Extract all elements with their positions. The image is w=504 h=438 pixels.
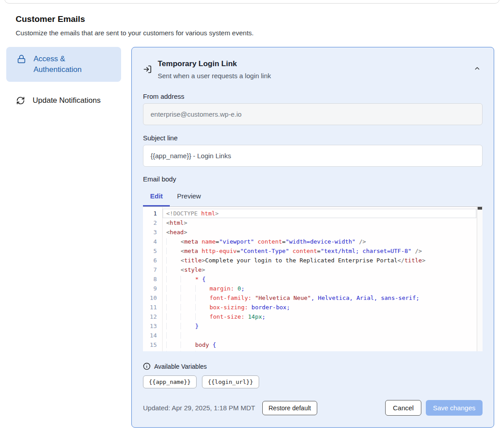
sidebar-item-update-notifications[interactable]: Update Notifications: [6, 92, 121, 110]
panel-title: Temporary Login Link: [158, 59, 271, 69]
customer-emails-page: Customer Emails Customize the emails tha…: [0, 0, 504, 438]
code-line[interactable]: 5 <meta http-equiv="Content-Type" conten…: [143, 246, 483, 256]
lock-icon: [17, 55, 26, 63]
code-line[interactable]: 3<head>: [143, 227, 483, 237]
code-text: background-color: #ffffff;: [163, 350, 476, 351]
email-body-label: Email body: [143, 175, 483, 183]
code-text: <!DOCTYPE html>: [163, 209, 476, 218]
variable-chip-app-name[interactable]: {{app_name}}: [143, 375, 197, 388]
variable-chips: {{app_name}} {{login_url}}: [143, 375, 483, 388]
editor-scrollbar[interactable]: [477, 207, 483, 351]
code-text: <meta http-equiv="Content-Type" content=…: [163, 246, 476, 256]
code-line[interactable]: 10 font-family: "Helvetica Neue", Helvet…: [143, 293, 483, 303]
code-text: <meta name="viewport" content="width=dev…: [163, 237, 476, 246]
code-line[interactable]: 14: [143, 331, 483, 340]
code-line[interactable]: 16 background-color: #ffffff;: [143, 350, 483, 351]
code-text: margin: 0;: [163, 284, 476, 293]
page-title: Customer Emails: [16, 14, 504, 24]
content-area: Access & Authentication Update Notificat…: [0, 47, 504, 428]
code-text: body {: [163, 340, 476, 350]
code-line[interactable]: 7 <style>: [143, 265, 483, 274]
code-text: [163, 331, 476, 340]
code-text: font-size: 14px;: [163, 312, 476, 321]
editor-scrollbar-thumb[interactable]: [478, 207, 482, 210]
email-body-tabs: Edit Preview: [143, 188, 483, 206]
previous-card-bottom-edge: [4, 0, 500, 4]
panel-footer: Updated: Apr 29, 2025, 1:18 PM MDT Resto…: [143, 400, 483, 416]
code-editor[interactable]: 1<!DOCTYPE html>2<html>3<head>4 <meta na…: [143, 206, 483, 351]
collapse-panel-button[interactable]: [472, 63, 483, 74]
code-line[interactable]: 6 <title>Complete your login to the Repl…: [143, 256, 483, 265]
panel-header-texts: Temporary Login Link Sent when a user re…: [158, 59, 271, 80]
chevron-up-icon: [474, 67, 481, 73]
code-line[interactable]: 11 box-sizing: border-box;: [143, 303, 483, 312]
code-line[interactable]: 2<html>: [143, 218, 483, 227]
from-address-label: From address: [143, 93, 483, 100]
code-text: <title>Complete your login to the Replic…: [163, 256, 476, 265]
subject-line-field[interactable]: [143, 145, 483, 167]
restore-default-button[interactable]: Restore default: [262, 401, 317, 415]
cancel-button[interactable]: Cancel: [385, 400, 421, 416]
refresh-icon: [16, 96, 25, 105]
sidebar-item-access-authentication[interactable]: Access & Authentication: [6, 47, 121, 82]
code-text: <html>: [163, 218, 476, 227]
tab-edit[interactable]: Edit: [143, 188, 170, 206]
code-line[interactable]: 1<!DOCTYPE html>: [143, 209, 483, 218]
from-address-field[interactable]: [143, 103, 483, 125]
code-line[interactable]: 9 margin: 0;: [143, 284, 483, 293]
page-subtitle: Customize the emails that are sent to yo…: [16, 29, 504, 37]
code-line[interactable]: 4 <meta name="viewport" content="width=d…: [143, 237, 483, 246]
sidebar-item-label: Access & Authentication: [34, 54, 114, 75]
updated-timestamp: Updated: Apr 29, 2025, 1:18 PM MDT: [143, 404, 255, 412]
temporary-login-link-panel: Temporary Login Link Sent when a user re…: [131, 47, 494, 428]
available-variables-label: Available Variables: [154, 363, 207, 370]
code-line[interactable]: 8 * {: [143, 274, 483, 284]
info-icon: [143, 362, 151, 370]
tab-preview[interactable]: Preview: [170, 188, 208, 206]
variable-chip-login-url[interactable]: {{login_url}}: [202, 375, 259, 388]
code-line[interactable]: 15 body {: [143, 340, 483, 350]
code-text: * {: [163, 274, 476, 284]
code-line[interactable]: 12 font-size: 14px;: [143, 312, 483, 321]
sidebar-item-label: Update Notifications: [33, 95, 101, 106]
available-variables-row: Available Variables: [143, 362, 483, 370]
editor-lines: 1<!DOCTYPE html>2<html>3<head>4 <meta na…: [143, 209, 483, 351]
code-text: }: [163, 321, 476, 331]
code-text: box-sizing: border-box;: [163, 303, 476, 312]
code-text: <head>: [163, 227, 476, 237]
editor-gutter: [143, 207, 163, 351]
code-text: font-family: "Helvetica Neue", Helvetica…: [163, 293, 476, 303]
panel-header: Temporary Login Link Sent when a user re…: [143, 59, 483, 80]
log-in-icon: [143, 65, 152, 74]
subject-line-label: Subject line: [143, 134, 483, 142]
panel-subtitle: Sent when a user requests a login link: [158, 72, 271, 80]
email-categories-sidebar: Access & Authentication Update Notificat…: [6, 47, 121, 110]
code-text: <style>: [163, 265, 476, 274]
code-line[interactable]: 13 }: [143, 321, 483, 331]
save-changes-button[interactable]: Save changes: [426, 400, 483, 416]
